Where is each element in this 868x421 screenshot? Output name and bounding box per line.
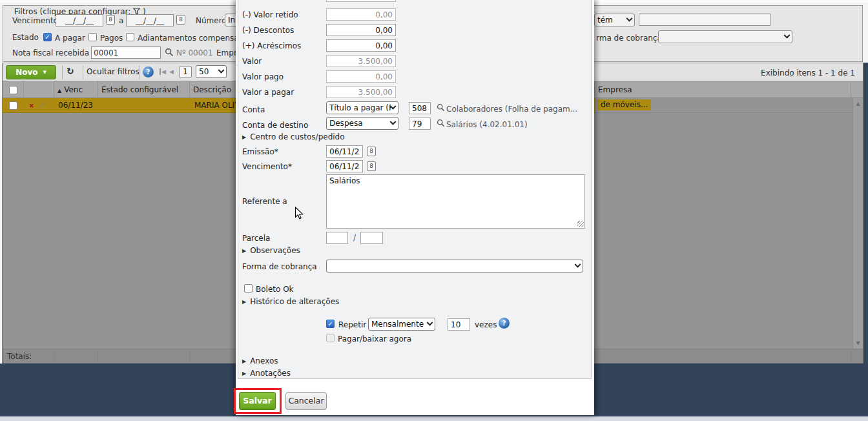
toolbar-separator [62, 65, 63, 79]
contem-input[interactable] [639, 14, 770, 26]
nota-fiscal-ref: Nº 00001 [176, 48, 213, 57]
totals-cell [98, 349, 190, 364]
totals-cell [595, 349, 851, 364]
repetir-label: Repetir [338, 320, 366, 329]
refresh-icon[interactable]: ↻ [67, 66, 74, 76]
vencimento-from-input[interactable] [56, 14, 103, 26]
row-checkbox[interactable] [9, 101, 17, 110]
centro-custos-toggle[interactable]: Centro de custos/pedido [242, 132, 345, 141]
novo-button[interactable]: Novo▼ [6, 65, 56, 79]
boleto-ok-label: Boleto Ok [256, 285, 294, 294]
totals-cell [54, 349, 98, 364]
referente-textarea[interactable]: Salários [326, 174, 585, 229]
contem-value: tém [597, 15, 613, 25]
chevron-down-icon [218, 67, 225, 73]
conta-description: Colaboradores (Folha de pagam... [446, 105, 577, 114]
first-page-icon[interactable]: ◀ [160, 68, 166, 75]
chevron-down-icon [575, 261, 581, 267]
historico-toggle[interactable]: Histórico de alterações [242, 297, 339, 306]
page-number-input[interactable]: 1 [179, 66, 192, 78]
observacoes-toggle[interactable]: Observações [242, 246, 300, 255]
edit-pencil-icon[interactable] [39, 101, 46, 110]
date-range-to-label: a [119, 16, 123, 25]
estado-a-pagar-label: A pagar [55, 34, 85, 43]
repetir-frequency-select[interactable]: Mensalmente [368, 318, 435, 331]
referente-value: Salários [329, 176, 360, 185]
row-checkbox-cell [3, 101, 24, 110]
parcela-num-input[interactable] [326, 232, 348, 244]
repetir-frequency-value: Mensalmente [371, 320, 424, 329]
emissao-input[interactable] [326, 145, 363, 158]
boleto-ok-checkbox[interactable] [244, 284, 253, 293]
header-estado-configuravel[interactable]: Estado configurável [98, 81, 190, 98]
estado-adiantamentos-checkbox[interactable] [126, 33, 134, 41]
conta-code-input[interactable] [409, 102, 431, 114]
pagar-baixar-label: Pagar/baixar agora [338, 334, 411, 344]
valor-pago-input[interactable] [326, 70, 396, 83]
header-empresa[interactable]: Empresa [595, 81, 851, 98]
cut-off-value-input[interactable] [326, 0, 396, 2]
estado-pagos-label: Pagos [100, 34, 123, 43]
repetir-times-input[interactable] [448, 318, 470, 331]
page-size-select[interactable]: 50 [196, 65, 227, 78]
conta-destino-description: Salários (4.02.01.01) [446, 120, 528, 129]
forma-cobranca-label: Forma de cobrança [242, 262, 317, 271]
estado-a-pagar-checkbox[interactable] [43, 33, 52, 41]
vezes-label: vezes [475, 320, 497, 329]
cancelar-button[interactable]: Cancelar [285, 392, 327, 410]
forma-cobranca-select[interactable] [326, 260, 583, 272]
acrescimos-input[interactable] [326, 39, 396, 52]
header-actions-cell [24, 81, 54, 98]
row-empresa-cell[interactable]: de móveis... [595, 98, 852, 113]
payment-entry-dialog: (-) Valor retido (-) Descontos (+) Acrés… [236, 0, 594, 415]
search-icon[interactable] [437, 119, 445, 129]
repetir-checkbox[interactable] [326, 320, 335, 328]
row-descricao-cell: MARIA OLIV [190, 101, 240, 110]
calendar-icon[interactable] [367, 147, 376, 156]
help-icon[interactable]: ? [143, 67, 154, 77]
bottom-strip [0, 416, 868, 421]
pagar-baixar-checkbox[interactable] [326, 334, 335, 342]
search-icon[interactable] [165, 48, 174, 59]
valor-input[interactable] [326, 55, 396, 67]
anexos-toggle[interactable]: Anexos [242, 356, 278, 365]
vencimento-to-input[interactable] [126, 14, 174, 26]
valor-a-pagar-input[interactable] [326, 86, 396, 98]
calendar-icon[interactable] [367, 161, 376, 171]
forma-cobranca-filter-select[interactable] [658, 30, 792, 43]
calendar-icon[interactable] [176, 15, 185, 25]
vertical-scrollbar[interactable]: ▲ ▼ [852, 98, 863, 349]
delete-icon[interactable] [29, 101, 34, 110]
scroll-up-icon[interactable]: ▲ [854, 101, 862, 107]
search-icon[interactable] [437, 103, 445, 114]
estado-pagos-checkbox[interactable] [88, 33, 97, 41]
novo-button-label: Novo [16, 68, 37, 77]
app-page: Filtros (clique para configurar: ) Venci… [0, 0, 868, 421]
header-venc[interactable]: Venc [54, 81, 98, 98]
conta-destino-select[interactable]: Despesa [326, 117, 398, 130]
conta-destino-code-input[interactable] [409, 118, 431, 130]
previous-page-icon[interactable]: ◀ [169, 68, 174, 75]
numero-filter-label: Número [196, 16, 227, 25]
help-icon[interactable]: ? [499, 318, 510, 329]
row-actions-cell [24, 101, 54, 110]
emissao-label: Emissão* [242, 147, 278, 156]
chevron-down-icon [390, 118, 397, 125]
salvar-button[interactable]: Salvar [239, 392, 276, 410]
nota-fiscal-label: Nota fiscal recebida [12, 48, 89, 57]
conta-type-select[interactable]: Título a pagar (F [326, 101, 398, 114]
header-empresa-label: Empresa [598, 85, 632, 94]
ocultar-filtros-button[interactable]: Ocultar filtros [87, 67, 140, 76]
nota-fiscal-input[interactable] [91, 46, 161, 59]
descontos-input[interactable] [326, 24, 396, 36]
contem-select[interactable]: tém [594, 14, 635, 26]
scroll-down-icon[interactable]: ▼ [854, 340, 862, 346]
calendar-icon[interactable] [106, 15, 115, 25]
select-all-checkbox[interactable] [9, 86, 17, 94]
resize-grip-icon[interactable] [577, 221, 584, 227]
chevron-down-icon [390, 103, 397, 109]
valor-retido-input[interactable] [326, 8, 396, 21]
anotacoes-toggle[interactable]: Anotações [242, 369, 291, 378]
vencimento-modal-input[interactable] [326, 160, 363, 172]
parcela-total-input[interactable] [360, 232, 383, 244]
